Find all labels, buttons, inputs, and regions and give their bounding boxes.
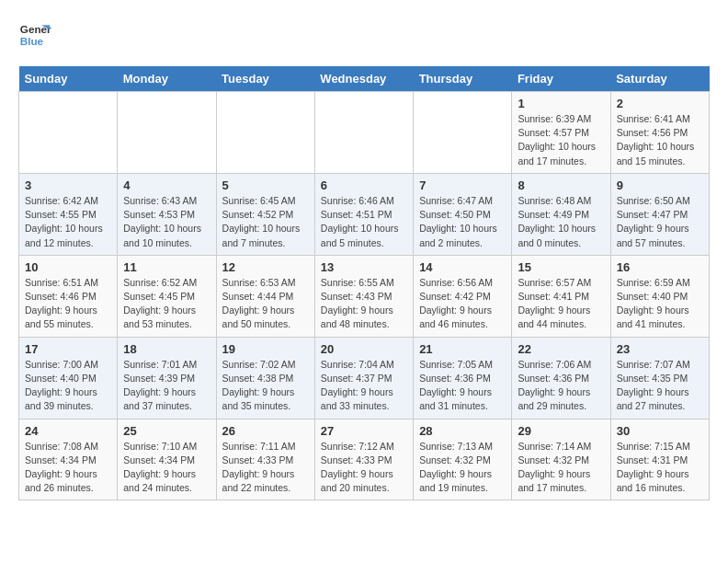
calendar-cell: 1Sunrise: 6:39 AM Sunset: 4:57 PM Daylig… (512, 92, 610, 174)
day-number: 15 (518, 260, 604, 274)
day-info: Sunrise: 6:47 AM Sunset: 4:50 PM Dayligh… (419, 194, 506, 250)
day-info: Sunrise: 7:01 AM Sunset: 4:39 PM Dayligh… (123, 358, 210, 414)
day-number: 9 (617, 178, 703, 192)
calendar-cell: 3Sunrise: 6:42 AM Sunset: 4:55 PM Daylig… (19, 173, 118, 255)
calendar-cell: 13Sunrise: 6:55 AM Sunset: 4:43 PM Dayli… (314, 255, 413, 337)
day-number: 2 (617, 97, 703, 110)
header-cell-thursday: Thursday (414, 66, 512, 92)
calendar-cell (118, 92, 216, 174)
calendar-cell: 18Sunrise: 7:01 AM Sunset: 4:39 PM Dayli… (118, 337, 216, 419)
day-info: Sunrise: 7:05 AM Sunset: 4:36 PM Dayligh… (419, 358, 506, 414)
calendar-cell (414, 92, 512, 174)
calendar-cell: 8Sunrise: 6:48 AM Sunset: 4:49 PM Daylig… (512, 173, 610, 255)
day-number: 30 (617, 424, 703, 438)
day-number: 12 (222, 260, 309, 274)
day-info: Sunrise: 6:52 AM Sunset: 4:45 PM Dayligh… (123, 276, 210, 332)
day-number: 21 (419, 342, 506, 356)
calendar-cell: 21Sunrise: 7:05 AM Sunset: 4:36 PM Dayli… (414, 337, 512, 419)
calendar-body: 1Sunrise: 6:39 AM Sunset: 4:57 PM Daylig… (19, 92, 710, 500)
calendar-cell: 26Sunrise: 7:11 AM Sunset: 4:33 PM Dayli… (216, 419, 314, 500)
day-number: 24 (25, 424, 111, 438)
svg-text:Blue: Blue (20, 35, 44, 47)
calendar-cell: 16Sunrise: 6:59 AM Sunset: 4:40 PM Dayli… (610, 255, 709, 337)
calendar-header-row: SundayMondayTuesdayWednesdayThursdayFrid… (19, 66, 710, 92)
day-info: Sunrise: 7:10 AM Sunset: 4:34 PM Dayligh… (123, 440, 210, 496)
day-info: Sunrise: 7:00 AM Sunset: 4:40 PM Dayligh… (25, 358, 111, 414)
day-number: 27 (321, 424, 407, 438)
calendar-cell (216, 92, 314, 174)
calendar-cell: 11Sunrise: 6:52 AM Sunset: 4:45 PM Dayli… (118, 255, 216, 337)
header-cell-tuesday: Tuesday (216, 66, 314, 92)
day-number: 6 (321, 178, 407, 192)
day-info: Sunrise: 7:04 AM Sunset: 4:37 PM Dayligh… (321, 358, 407, 414)
header: General Blue (18, 18, 710, 52)
day-info: Sunrise: 6:46 AM Sunset: 4:51 PM Dayligh… (321, 194, 407, 250)
calendar-week-row: 3Sunrise: 6:42 AM Sunset: 4:55 PM Daylig… (19, 173, 710, 255)
calendar-cell: 20Sunrise: 7:04 AM Sunset: 4:37 PM Dayli… (314, 337, 413, 419)
calendar-cell: 29Sunrise: 7:14 AM Sunset: 4:32 PM Dayli… (512, 419, 610, 500)
header-cell-friday: Friday (512, 66, 610, 92)
day-number: 22 (518, 342, 604, 356)
day-info: Sunrise: 7:13 AM Sunset: 4:32 PM Dayligh… (419, 440, 506, 496)
day-number: 28 (419, 424, 506, 438)
logo-icon: General Blue (18, 18, 51, 52)
calendar-cell: 12Sunrise: 6:53 AM Sunset: 4:44 PM Dayli… (216, 255, 314, 337)
calendar-cell: 6Sunrise: 6:46 AM Sunset: 4:51 PM Daylig… (314, 173, 413, 255)
calendar-cell: 10Sunrise: 6:51 AM Sunset: 4:46 PM Dayli… (19, 255, 118, 337)
day-info: Sunrise: 6:45 AM Sunset: 4:52 PM Dayligh… (222, 194, 309, 250)
calendar-cell: 23Sunrise: 7:07 AM Sunset: 4:35 PM Dayli… (610, 337, 709, 419)
calendar-cell: 2Sunrise: 6:41 AM Sunset: 4:56 PM Daylig… (610, 92, 709, 174)
calendar-week-row: 10Sunrise: 6:51 AM Sunset: 4:46 PM Dayli… (19, 255, 710, 337)
day-number: 19 (222, 342, 309, 356)
header-cell-sunday: Sunday (19, 66, 118, 92)
day-info: Sunrise: 6:51 AM Sunset: 4:46 PM Dayligh… (25, 276, 111, 332)
calendar-cell: 28Sunrise: 7:13 AM Sunset: 4:32 PM Dayli… (414, 419, 512, 500)
day-number: 13 (321, 260, 407, 274)
day-info: Sunrise: 6:57 AM Sunset: 4:41 PM Dayligh… (518, 276, 604, 332)
day-number: 8 (518, 178, 604, 192)
calendar-cell: 5Sunrise: 6:45 AM Sunset: 4:52 PM Daylig… (216, 173, 314, 255)
day-number: 10 (25, 260, 111, 274)
calendar-cell: 24Sunrise: 7:08 AM Sunset: 4:34 PM Dayli… (19, 419, 118, 500)
day-number: 14 (419, 260, 506, 274)
day-info: Sunrise: 6:50 AM Sunset: 4:47 PM Dayligh… (617, 194, 703, 250)
header-cell-wednesday: Wednesday (314, 66, 413, 92)
day-info: Sunrise: 7:14 AM Sunset: 4:32 PM Dayligh… (518, 440, 604, 496)
day-number: 16 (617, 260, 703, 274)
day-info: Sunrise: 7:07 AM Sunset: 4:35 PM Dayligh… (617, 358, 703, 414)
day-number: 18 (123, 342, 210, 356)
day-number: 23 (617, 342, 703, 356)
logo: General Blue (18, 18, 55, 52)
day-info: Sunrise: 6:42 AM Sunset: 4:55 PM Dayligh… (25, 194, 111, 250)
day-number: 25 (123, 424, 210, 438)
day-info: Sunrise: 6:39 AM Sunset: 4:57 PM Dayligh… (518, 112, 604, 168)
calendar-cell: 30Sunrise: 7:15 AM Sunset: 4:31 PM Dayli… (610, 419, 709, 500)
day-info: Sunrise: 6:43 AM Sunset: 4:53 PM Dayligh… (123, 194, 210, 250)
day-info: Sunrise: 7:12 AM Sunset: 4:33 PM Dayligh… (321, 440, 407, 496)
day-info: Sunrise: 6:56 AM Sunset: 4:42 PM Dayligh… (419, 276, 506, 332)
calendar-cell: 7Sunrise: 6:47 AM Sunset: 4:50 PM Daylig… (414, 173, 512, 255)
day-number: 1 (518, 97, 604, 110)
day-number: 3 (25, 178, 111, 192)
day-number: 29 (518, 424, 604, 438)
header-cell-monday: Monday (118, 66, 216, 92)
calendar-cell: 4Sunrise: 6:43 AM Sunset: 4:53 PM Daylig… (118, 173, 216, 255)
day-info: Sunrise: 7:11 AM Sunset: 4:33 PM Dayligh… (222, 440, 309, 496)
day-number: 11 (123, 260, 210, 274)
day-number: 20 (321, 342, 407, 356)
calendar-week-row: 17Sunrise: 7:00 AM Sunset: 4:40 PM Dayli… (19, 337, 710, 419)
day-info: Sunrise: 7:06 AM Sunset: 4:36 PM Dayligh… (518, 358, 604, 414)
calendar-table: SundayMondayTuesdayWednesdayThursdayFrid… (18, 66, 710, 500)
day-info: Sunrise: 6:59 AM Sunset: 4:40 PM Dayligh… (617, 276, 703, 332)
calendar-cell (19, 92, 118, 174)
day-number: 5 (222, 178, 309, 192)
calendar-cell: 22Sunrise: 7:06 AM Sunset: 4:36 PM Dayli… (512, 337, 610, 419)
day-info: Sunrise: 7:02 AM Sunset: 4:38 PM Dayligh… (222, 358, 309, 414)
svg-text:General: General (20, 23, 51, 35)
calendar-week-row: 24Sunrise: 7:08 AM Sunset: 4:34 PM Dayli… (19, 419, 710, 500)
calendar-cell: 25Sunrise: 7:10 AM Sunset: 4:34 PM Dayli… (118, 419, 216, 500)
calendar-cell: 9Sunrise: 6:50 AM Sunset: 4:47 PM Daylig… (610, 173, 709, 255)
day-info: Sunrise: 6:55 AM Sunset: 4:43 PM Dayligh… (321, 276, 407, 332)
day-info: Sunrise: 7:08 AM Sunset: 4:34 PM Dayligh… (25, 440, 111, 496)
day-number: 17 (25, 342, 111, 356)
